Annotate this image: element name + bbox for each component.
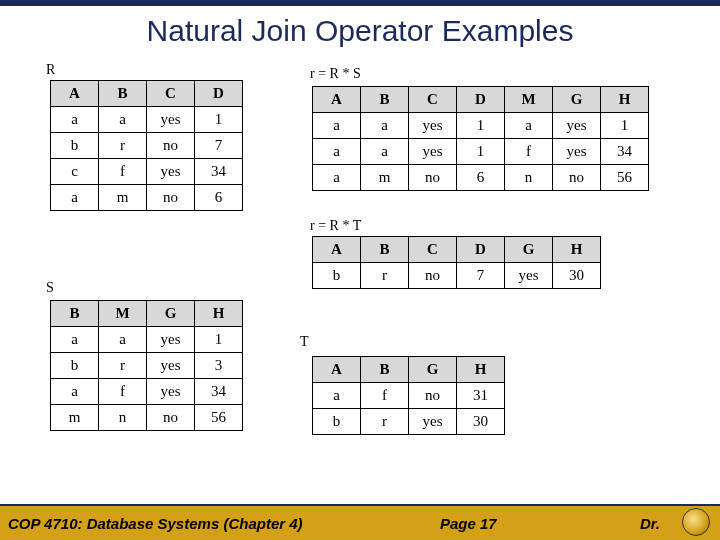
- td: 6: [457, 165, 505, 191]
- td: yes: [553, 139, 601, 165]
- td: m: [361, 165, 409, 191]
- th: A: [313, 87, 361, 113]
- td: 7: [457, 263, 505, 289]
- td: 31: [457, 383, 505, 409]
- td: r: [99, 353, 147, 379]
- td: 34: [195, 379, 243, 405]
- td: yes: [147, 353, 195, 379]
- td: b: [51, 353, 99, 379]
- th: D: [195, 81, 243, 107]
- footer-page: Page 17: [440, 515, 497, 532]
- th: A: [313, 237, 361, 263]
- th: B: [361, 237, 409, 263]
- td: a: [313, 139, 361, 165]
- td: a: [99, 107, 147, 133]
- td: 34: [601, 139, 649, 165]
- ucf-logo-icon: [682, 508, 710, 536]
- th: H: [601, 87, 649, 113]
- td: a: [51, 379, 99, 405]
- td: no: [409, 263, 457, 289]
- td: f: [99, 379, 147, 405]
- td: b: [51, 133, 99, 159]
- td: a: [505, 113, 553, 139]
- td: 1: [195, 107, 243, 133]
- td: 7: [195, 133, 243, 159]
- td: a: [361, 139, 409, 165]
- th: G: [505, 237, 553, 263]
- table-T: A B G H afno31 bryes30: [312, 356, 505, 435]
- th: B: [99, 81, 147, 107]
- table-RS: A B C D M G H aayes1ayes1 aayes1fyes34 a…: [312, 86, 649, 191]
- td: a: [99, 327, 147, 353]
- td: yes: [147, 107, 195, 133]
- footer-author: Dr.: [640, 515, 660, 532]
- td: no: [147, 405, 195, 431]
- th: B: [361, 357, 409, 383]
- td: yes: [505, 263, 553, 289]
- th: A: [313, 357, 361, 383]
- td: m: [99, 185, 147, 211]
- td: no: [147, 185, 195, 211]
- th: M: [99, 301, 147, 327]
- label-RT: r = R * T: [310, 218, 361, 234]
- th: A: [51, 81, 99, 107]
- td: 1: [457, 113, 505, 139]
- th: D: [457, 237, 505, 263]
- top-accent-bar: [0, 0, 720, 6]
- td: r: [99, 133, 147, 159]
- td: 1: [457, 139, 505, 165]
- table-R: A B C D aayes1 brno7 cfyes34 amno6: [50, 80, 243, 211]
- td: n: [99, 405, 147, 431]
- label-RS: r = R * S: [310, 66, 361, 82]
- td: f: [99, 159, 147, 185]
- label-R: R: [46, 62, 55, 78]
- footer-bar: COP 4710: Database Systems (Chapter 4) P…: [0, 504, 720, 540]
- td: no: [409, 383, 457, 409]
- label-S: S: [46, 280, 54, 296]
- td: a: [51, 327, 99, 353]
- th: H: [553, 237, 601, 263]
- td: a: [313, 113, 361, 139]
- th: G: [147, 301, 195, 327]
- table-S: B M G H aayes1 bryes3 afyes34 mnno56: [50, 300, 243, 431]
- th: G: [409, 357, 457, 383]
- td: f: [505, 139, 553, 165]
- td: n: [505, 165, 553, 191]
- table-RT: A B C D G H brno7yes30: [312, 236, 601, 289]
- th: G: [553, 87, 601, 113]
- td: a: [51, 107, 99, 133]
- td: yes: [147, 379, 195, 405]
- td: b: [313, 263, 361, 289]
- th: C: [409, 87, 457, 113]
- th: B: [361, 87, 409, 113]
- th: C: [409, 237, 457, 263]
- td: a: [361, 113, 409, 139]
- td: 30: [457, 409, 505, 435]
- td: yes: [147, 327, 195, 353]
- td: 1: [195, 327, 243, 353]
- td: a: [313, 383, 361, 409]
- td: yes: [553, 113, 601, 139]
- td: no: [147, 133, 195, 159]
- content-area: R A B C D aayes1 brno7 cfyes34 amno6 r =…: [0, 62, 720, 492]
- th: D: [457, 87, 505, 113]
- td: 56: [195, 405, 243, 431]
- th: C: [147, 81, 195, 107]
- td: 34: [195, 159, 243, 185]
- td: r: [361, 263, 409, 289]
- th: H: [195, 301, 243, 327]
- td: 3: [195, 353, 243, 379]
- th: B: [51, 301, 99, 327]
- td: b: [313, 409, 361, 435]
- td: r: [361, 409, 409, 435]
- label-T: T: [300, 334, 309, 350]
- slide-title: Natural Join Operator Examples: [0, 14, 720, 48]
- td: c: [51, 159, 99, 185]
- td: f: [361, 383, 409, 409]
- td: yes: [409, 113, 457, 139]
- td: yes: [409, 409, 457, 435]
- td: a: [51, 185, 99, 211]
- td: 1: [601, 113, 649, 139]
- td: no: [553, 165, 601, 191]
- th: H: [457, 357, 505, 383]
